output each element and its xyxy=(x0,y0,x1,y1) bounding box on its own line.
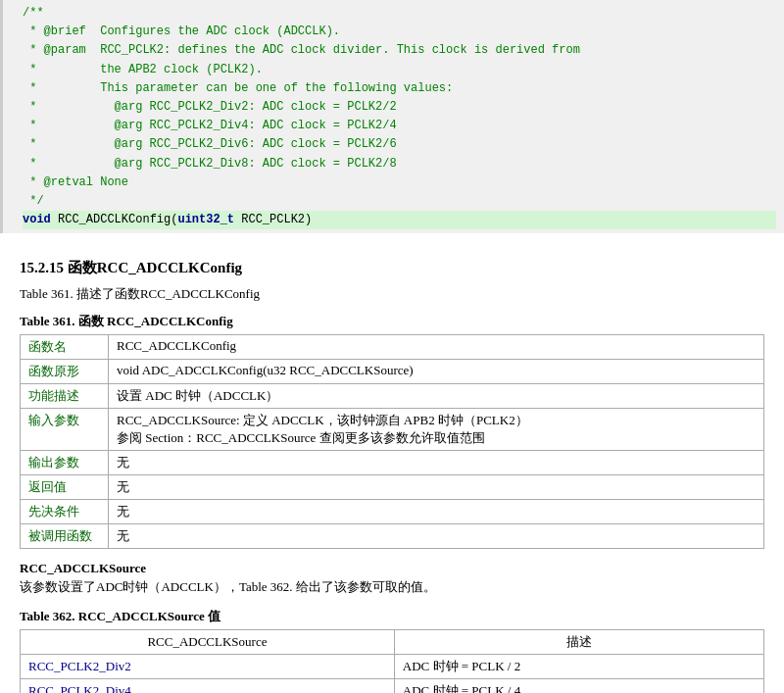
code-comment: */ xyxy=(23,194,44,208)
code-comment: * the APB2 clock (PCLK2). xyxy=(23,63,263,76)
table-caption-1: Table 361. 描述了函数RCC_ADCCLKConfig xyxy=(20,285,764,303)
table-row: 先决条件无 xyxy=(21,500,764,524)
col1-header: RCC_ADCCLKSource xyxy=(21,630,395,655)
table-row: RCC_PCLK2_Div4ADC 时钟 = PCLK / 4 xyxy=(21,679,764,693)
table-row: 输入参数RCC_ADCCLKSource: 定义 ADCCLK，该时钟源自 AP… xyxy=(21,409,764,451)
code-comment: * @arg RCC_PCLK2_Div4: ADC clock = PCLK2… xyxy=(23,119,397,132)
table-cell-label: 函数名 xyxy=(21,335,109,360)
code-line-5: * This parameter can be one of the follo… xyxy=(23,79,776,98)
table1-caption: Table 361. 函数 RCC_ADCCLKConfig xyxy=(20,309,764,334)
code-line-8: * @arg RCC_PCLK2_Div6: ADC clock = PCLK2… xyxy=(23,135,776,154)
table-cell-value: 无 xyxy=(109,524,764,549)
value-table-cell-desc: ADC 时钟 = PCLK / 4 xyxy=(394,679,763,693)
table-cell-label: 函数原形 xyxy=(21,360,109,384)
code-comment: * @brief Configures the ADC clock (ADCCL… xyxy=(23,25,340,38)
value-table-cell-name: RCC_PCLK2_Div4 xyxy=(21,679,395,693)
code-line-6: * @arg RCC_PCLK2_Div2: ADC clock = PCLK2… xyxy=(23,98,776,117)
table-header-row: RCC_ADCCLKSource 描述 xyxy=(21,630,764,655)
code-line-10: * @retval None xyxy=(23,173,776,192)
table-cell-value: void ADC_ADCCLKConfig(u32 RCC_ADCCLKSour… xyxy=(109,360,764,384)
subsection-title: RCC_ADCCLKSource xyxy=(20,561,764,576)
code-line-2: * @brief Configures the ADC clock (ADCCL… xyxy=(23,23,776,41)
table-row: 被调用函数无 xyxy=(21,524,764,549)
subsection-desc: 该参数设置了ADC时钟（ADCCLK），Table 362. 给出了该参数可取的… xyxy=(20,578,764,596)
code-line-4: * the APB2 clock (PCLK2). xyxy=(23,61,776,79)
code-line-highlight: void RCC_ADCCLKConfig(uint32_t RCC_PCLK2… xyxy=(23,211,776,229)
col2-header: 描述 xyxy=(394,630,763,655)
value-table-cell-name: RCC_PCLK2_Div2 xyxy=(21,655,395,679)
code-keyword: void xyxy=(23,213,51,226)
code-line-1: /** xyxy=(23,4,776,23)
code-line-7: * @arg RCC_PCLK2_Div4: ADC clock = PCLK2… xyxy=(23,117,776,135)
table-cell-label: 先决条件 xyxy=(21,500,109,524)
table-cell-label: 返回值 xyxy=(21,475,109,500)
main-content: 15.2.15 函数RCC_ADCCLKConfig Table 361. 描述… xyxy=(0,233,784,693)
value-table-head: RCC_ADCCLKSource 描述 xyxy=(21,630,764,655)
table-row: 功能描述设置 ADC 时钟（ADCCLK） xyxy=(21,384,764,409)
table-cell-value: 无 xyxy=(109,475,764,500)
code-comment: * @param RCC_PCLK2: defines the ADC cloc… xyxy=(23,43,580,57)
code-block: /** * @brief Configures the ADC clock (A… xyxy=(0,0,784,233)
table-row: 输出参数无 xyxy=(21,451,764,475)
value-table: Table 362. RCC_ADCCLKSource 值 RCC_ADCCLK… xyxy=(20,604,764,693)
table-row: 函数名RCC_ADCCLKConfig xyxy=(21,335,764,360)
table-cell-label: 输出参数 xyxy=(21,451,109,475)
code-line-11: */ xyxy=(23,192,776,211)
table-row: 返回值无 xyxy=(21,475,764,500)
table-row: RCC_PCLK2_Div2ADC 时钟 = PCLK / 2 xyxy=(21,655,764,679)
code-line-9: * @arg RCC_PCLK2_Div8: ADC clock = PCLK2… xyxy=(23,155,776,173)
table2-caption: Table 362. RCC_ADCCLKSource 值 xyxy=(20,604,764,629)
code-comment: * This parameter can be one of the follo… xyxy=(23,81,453,95)
code-comment: * @arg RCC_PCLK2_Div2: ADC clock = PCLK2… xyxy=(23,100,397,114)
value-table-body: RCC_PCLK2_Div2ADC 时钟 = PCLK / 2RCC_PCLK2… xyxy=(21,655,764,693)
code-comment: * @arg RCC_PCLK2_Div8: ADC clock = PCLK2… xyxy=(23,157,397,171)
table-row: 函数原形void ADC_ADCCLKConfig(u32 RCC_ADCCLK… xyxy=(21,360,764,384)
section-heading: 15.2.15 函数RCC_ADCCLKConfig xyxy=(20,259,764,277)
code-line-3: * @param RCC_PCLK2: defines the ADC cloc… xyxy=(23,41,776,60)
table-cell-value: RCC_ADCCLKConfig xyxy=(109,335,764,360)
func-table-body: 函数名RCC_ADCCLKConfig函数原形void ADC_ADCCLKCo… xyxy=(21,335,764,549)
value-table-cell-desc: ADC 时钟 = PCLK / 2 xyxy=(394,655,763,679)
code-comment: /** xyxy=(23,6,44,20)
table-cell-label: 被调用函数 xyxy=(21,524,109,549)
table-cell-value: 设置 ADC 时钟（ADCCLK） xyxy=(109,384,764,409)
code-comment: * @retval None xyxy=(23,175,128,189)
code-keyword2: uint32_t xyxy=(177,213,234,226)
table-cell-label: 功能描述 xyxy=(21,384,109,409)
code-comment: * @arg RCC_PCLK2_Div6: ADC clock = PCLK2… xyxy=(23,137,397,151)
table-cell-value: 无 xyxy=(109,500,764,524)
table-cell-label: 输入参数 xyxy=(21,409,109,451)
table-cell-value: 无 xyxy=(109,451,764,475)
func-table: Table 361. 函数 RCC_ADCCLKConfig 函数名RCC_AD… xyxy=(20,309,764,549)
table-cell-value: RCC_ADCCLKSource: 定义 ADCCLK，该时钟源自 APB2 时… xyxy=(109,409,764,451)
